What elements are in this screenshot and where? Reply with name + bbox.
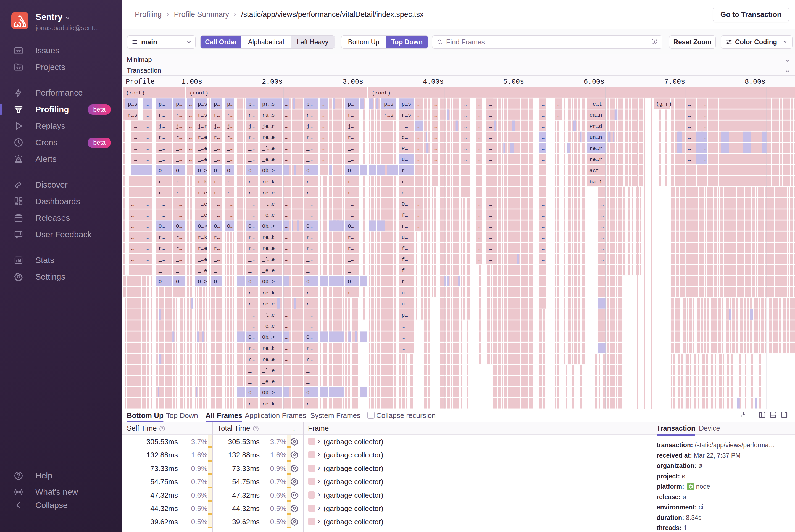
svg-text:…: …	[131, 246, 134, 252]
svg-text:r…: r…	[176, 179, 182, 185]
svg-text:r…: r…	[248, 134, 255, 140]
svg-text:Ob…>: Ob…>	[262, 334, 275, 340]
svg-text:_…e: _…e	[197, 201, 207, 207]
svg-text:…: …	[434, 146, 437, 152]
svg-text:…: …	[688, 168, 691, 174]
svg-text:_…: _…	[227, 212, 233, 218]
svg-text:…: …	[146, 234, 149, 241]
svg-text:P…: P…	[402, 146, 408, 152]
svg-text:f…: f…	[402, 268, 408, 274]
svg-text:O…: O…	[402, 201, 408, 207]
svg-text:…: …	[417, 146, 420, 152]
svg-text:_e…e: _e…e	[262, 212, 275, 218]
svg-text:…: …	[478, 234, 481, 241]
svg-text:r…: r…	[248, 234, 255, 241]
svg-text:O…: O…	[227, 168, 233, 174]
svg-text:…: …	[463, 157, 467, 163]
svg-text:r…: r…	[348, 246, 354, 252]
svg-text:r…: r…	[348, 290, 354, 296]
svg-text:…: …	[463, 134, 467, 140]
svg-text:…: …	[131, 190, 134, 196]
svg-text:_…: _…	[306, 256, 313, 263]
svg-text:_…: _…	[306, 146, 313, 152]
svg-text:…: …	[542, 179, 545, 185]
svg-text:…: …	[434, 168, 437, 174]
svg-text:…: …	[688, 179, 691, 185]
svg-text:re…e: re…e	[262, 190, 275, 196]
svg-text:…: …	[478, 112, 481, 118]
svg-text:u…: u…	[402, 157, 408, 163]
svg-text:_…: _…	[176, 256, 182, 263]
svg-text:…: …	[285, 345, 288, 352]
svg-text:_…e: _…e	[197, 212, 207, 218]
svg-text:_…: _…	[306, 268, 313, 274]
svg-text:r…: r…	[248, 357, 255, 363]
svg-text:act: act	[589, 168, 599, 174]
svg-text:r…: r…	[248, 301, 255, 307]
svg-text:…: …	[134, 134, 137, 140]
svg-text:…: …	[601, 201, 604, 207]
svg-text:…: …	[542, 134, 545, 140]
svg-text:O…: O…	[176, 168, 182, 174]
svg-text:…: …	[402, 323, 405, 329]
svg-text:r…: r…	[176, 190, 182, 196]
svg-text:re…r: re…r	[589, 146, 602, 152]
svg-text:O…: O…	[176, 223, 182, 229]
svg-text:…: …	[542, 112, 545, 118]
svg-text:…: …	[704, 124, 707, 130]
svg-text:…: …	[463, 124, 467, 130]
svg-text:…: …	[463, 101, 467, 107]
svg-text:_…: _…	[158, 146, 165, 152]
svg-text:…: …	[688, 101, 691, 107]
svg-text:…: …	[489, 201, 492, 207]
svg-text:…: …	[601, 234, 604, 241]
svg-text:_…: _…	[248, 157, 255, 163]
svg-text:…: …	[704, 157, 707, 163]
svg-text:r…: r…	[248, 290, 255, 296]
svg-text:…: …	[478, 246, 481, 252]
svg-text:r…: r…	[348, 234, 354, 241]
svg-text:_…: _…	[306, 212, 313, 218]
svg-text:ru…s: ru…s	[262, 112, 275, 118]
svg-text:p…s: p…s	[384, 101, 393, 107]
svg-text:p…: p…	[176, 101, 182, 107]
svg-text:…: …	[489, 146, 492, 152]
svg-text:r…: r…	[176, 246, 182, 252]
svg-text:…: …	[704, 101, 707, 107]
svg-text:_…e: _…e	[197, 157, 207, 163]
svg-text:…: …	[285, 246, 288, 252]
svg-text:j…: j…	[158, 124, 165, 130]
svg-text:…: …	[542, 223, 545, 229]
svg-text:je…r: je…r	[262, 124, 275, 130]
svg-text:r…: r…	[306, 234, 313, 241]
svg-text:…: …	[542, 146, 545, 152]
svg-text:…: …	[489, 124, 492, 130]
svg-text:_…: _…	[306, 201, 313, 207]
svg-text:r…: r…	[402, 179, 408, 185]
svg-text:(root): (root)	[126, 90, 145, 96]
svg-text:O…: O…	[158, 223, 165, 229]
svg-text:r…: r…	[248, 345, 255, 352]
svg-text:r…: r…	[176, 134, 182, 140]
svg-text:…: …	[542, 190, 545, 196]
svg-text:r…e: r…e	[198, 246, 207, 252]
svg-text:_l…e: _l…e	[262, 256, 275, 263]
svg-text:j…: j…	[227, 124, 233, 130]
svg-text:r…e: r…e	[198, 190, 207, 196]
svg-text:…: …	[285, 201, 288, 207]
svg-text:r…: r…	[306, 401, 313, 407]
svg-text:r…: r…	[214, 179, 220, 185]
svg-text:…: …	[478, 101, 481, 107]
svg-text:Ob…>: Ob…>	[262, 279, 275, 285]
svg-text:_…: _…	[306, 368, 313, 374]
svg-text:r…: r…	[227, 179, 233, 185]
svg-text:…: …	[542, 279, 545, 285]
svg-text:…: …	[478, 212, 481, 218]
svg-text:…: …	[434, 112, 437, 118]
svg-text:_…: _…	[176, 201, 182, 207]
svg-text:O…>: O…>	[198, 223, 207, 229]
svg-text:…: …	[557, 101, 561, 107]
svg-text:…: …	[489, 101, 492, 107]
svg-text:_…: _…	[347, 212, 354, 218]
svg-text:…: …	[688, 146, 691, 152]
